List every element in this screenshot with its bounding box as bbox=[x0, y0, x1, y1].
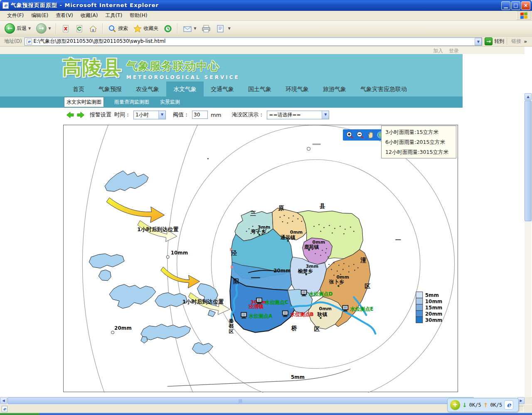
legend-5mm: 5mm bbox=[425, 292, 439, 298]
station-e-label[interactable]: 水位测点E bbox=[350, 306, 373, 312]
flood-demo-select[interactable]: ==请选择== ▼ bbox=[267, 111, 329, 119]
back-button[interactable]: ← 后退 ▼ bbox=[2, 22, 33, 35]
address-dropdown-icon[interactable]: ▼ bbox=[475, 38, 482, 45]
nav-environment[interactable]: 环境气象 bbox=[278, 82, 316, 96]
stop-icon bbox=[62, 25, 70, 33]
upload-arrow-icon: ↑ bbox=[483, 402, 488, 408]
area-rainfall-infobox: 3小时面雨量:15立方米 6小时面雨量:2015立方米 12小时面雨量:3015… bbox=[381, 126, 456, 158]
home-button[interactable] bbox=[87, 24, 99, 34]
threshold-input[interactable] bbox=[192, 111, 208, 119]
edit-button[interactable] bbox=[214, 24, 227, 34]
rain-zhangbu: 0mm bbox=[336, 274, 349, 280]
print-button[interactable] bbox=[200, 24, 213, 34]
map-zoom-out-icon[interactable] bbox=[356, 131, 364, 139]
rainfall-3h: 3小时面雨量:15立方米 bbox=[385, 127, 452, 137]
logo-title-text: 气象服务联动中心 bbox=[126, 59, 240, 74]
nav-hydrology[interactable]: 水文气象 bbox=[166, 82, 204, 96]
threshold-unit: mm bbox=[211, 112, 221, 118]
nav-traffic[interactable]: 交通气象 bbox=[204, 82, 241, 96]
next-arrow-icon[interactable] bbox=[77, 112, 84, 118]
tab-realtime-monitor-map[interactable]: 水文实时监测图 bbox=[64, 97, 103, 107]
edit-page-icon bbox=[216, 25, 224, 33]
page-icon: e bbox=[27, 39, 32, 44]
maximize-button[interactable]: □ bbox=[511, 1, 520, 10]
menu-file[interactable]: 文件(F) bbox=[3, 11, 27, 20]
rain-yuchu: 3mm bbox=[306, 264, 318, 269]
horizontal-scroll-thumb[interactable] bbox=[7, 397, 474, 404]
stop-button[interactable] bbox=[59, 24, 72, 34]
label-luyuan: 鹿苑镇 bbox=[304, 244, 319, 250]
nav-weather-forecast[interactable]: 气象预报 bbox=[91, 82, 129, 96]
label-gengzhen: 耿镇 bbox=[317, 311, 328, 317]
forward-dropdown-icon[interactable]: ▼ bbox=[48, 27, 51, 30]
rain-cloud-shapes bbox=[89, 171, 218, 354]
start-button-edge[interactable] bbox=[0, 413, 39, 415]
close-button[interactable]: × bbox=[521, 1, 530, 10]
ie-launcher-icon[interactable]: e bbox=[504, 400, 513, 410]
isoline-5mm-label: 5mm bbox=[291, 374, 305, 380]
time-select[interactable]: 1小时 ▼ bbox=[133, 111, 166, 119]
isoline-10mm-label: 10mm bbox=[171, 250, 188, 256]
station-c-label[interactable]: 水位测点C bbox=[264, 299, 288, 305]
label-zhangbu: 张卜乡 bbox=[328, 279, 344, 285]
toolbar-overflow-icon[interactable]: ▼ bbox=[228, 27, 230, 30]
station-d-label[interactable]: 水位测点D bbox=[308, 291, 333, 297]
go-button[interactable]: → 转到 bbox=[485, 37, 504, 45]
nav-land[interactable]: 国土气象 bbox=[241, 82, 278, 96]
minimize-button[interactable]: ▁ bbox=[501, 1, 510, 10]
menu-tools[interactable]: 工具(T) bbox=[101, 11, 126, 20]
forward-arrow-icon: → bbox=[36, 23, 47, 34]
legend-30mm: 30mm bbox=[425, 317, 443, 323]
scroll-left-icon[interactable]: ◀ bbox=[0, 397, 7, 404]
taskbar-strip[interactable] bbox=[0, 413, 532, 415]
menu-view[interactable]: 查看(V) bbox=[52, 11, 77, 20]
prev-arrow-icon[interactable] bbox=[66, 112, 74, 118]
toolbar-separator bbox=[102, 23, 103, 34]
history-button[interactable] bbox=[162, 24, 174, 34]
menu-favorites[interactable]: 收藏(A) bbox=[77, 11, 102, 20]
mail-dropdown-icon[interactable]: ▼ bbox=[194, 27, 196, 30]
nav-agriculture[interactable]: 农业气象 bbox=[129, 82, 166, 96]
address-input[interactable] bbox=[34, 39, 475, 44]
favorites-button[interactable]: 收藏夹 bbox=[131, 24, 160, 34]
legend-20mm: 20mm bbox=[425, 311, 443, 317]
network-speed-widget[interactable]: + ↓ 0K/5 ↑ 0K/5 e bbox=[447, 398, 519, 412]
station-a-label[interactable]: 水位测点A bbox=[248, 313, 273, 319]
menu-edit[interactable]: 编辑(E) bbox=[27, 11, 52, 20]
threshold-label: 阀值： bbox=[173, 111, 189, 119]
back-dropdown-icon[interactable]: ▼ bbox=[28, 27, 31, 30]
search-button[interactable]: 搜索 bbox=[106, 24, 130, 34]
nav-tourism[interactable]: 旅游气象 bbox=[316, 82, 353, 96]
nav-disaster-emergency[interactable]: 气象灾害应急联动 bbox=[353, 82, 414, 96]
forward-button[interactable]: → ▼ bbox=[34, 22, 53, 35]
nav-home[interactable]: 首页 bbox=[66, 82, 91, 96]
mail-icon bbox=[183, 25, 192, 33]
links-button[interactable]: 链接 » bbox=[507, 38, 530, 45]
horizontal-scrollbar[interactable]: ◀ ▶ bbox=[0, 397, 525, 404]
geo-jingyang-1: 泾 bbox=[231, 249, 237, 256]
mail-button[interactable]: ▼ bbox=[181, 24, 198, 34]
menu-help[interactable]: 帮助(H) bbox=[126, 11, 151, 20]
scroll-up-icon[interactable]: ▲ bbox=[525, 93, 532, 100]
station-b-label[interactable]: 水位测点B bbox=[290, 311, 314, 317]
hydrology-map[interactable]: 10mm 20mm 5mm bbox=[63, 125, 458, 392]
tab-live-monitor[interactable]: 实景监测 bbox=[160, 99, 180, 106]
vertical-scrollbar[interactable]: ▲ ▼ bbox=[525, 93, 532, 397]
search-label: 搜索 bbox=[118, 25, 128, 32]
map-pan-hand-icon[interactable] bbox=[367, 131, 374, 139]
flood-select-value: ==请选择== bbox=[267, 111, 322, 119]
rain-tongyuan: 0mm bbox=[290, 230, 303, 235]
site-header: 高陵县 气象服务联动中心 METEOROLOGICAL SERVICE bbox=[0, 54, 463, 82]
tab-rainfall-query-map[interactable]: 雨量查询监测图 bbox=[114, 99, 149, 106]
join-link[interactable]: 加入 bbox=[433, 47, 443, 54]
address-field[interactable]: e ▼ bbox=[25, 37, 483, 46]
map-canvas[interactable]: 10mm 20mm 5mm bbox=[64, 125, 458, 393]
map-zoom-in-icon[interactable] bbox=[346, 131, 353, 139]
login-link[interactable]: 登录 bbox=[449, 47, 459, 54]
security-suite-icon[interactable]: + bbox=[450, 400, 460, 410]
time-label: 时间： bbox=[114, 111, 131, 119]
vertical-scroll-thumb[interactable] bbox=[525, 101, 532, 221]
refresh-button[interactable] bbox=[73, 24, 86, 34]
title-bar: e 气象预报页面原型 - Microsoft Internet Explorer… bbox=[0, 0, 532, 11]
rainfall-12h: 12小时面雨量:3015立方米 bbox=[385, 147, 452, 157]
